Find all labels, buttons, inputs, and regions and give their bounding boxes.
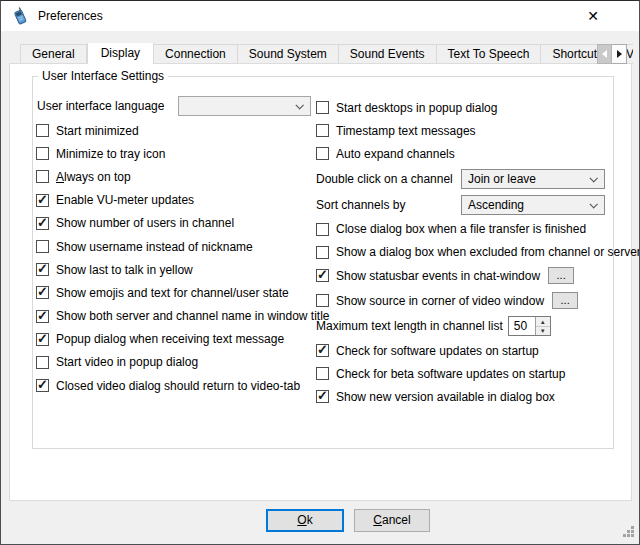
- checkbox[interactable]: [36, 333, 49, 346]
- language-label: User interface language: [36, 99, 178, 113]
- checkbox[interactable]: [36, 263, 49, 276]
- button-bar: Ok Cancel: [1, 509, 639, 533]
- tab-general[interactable]: General: [20, 44, 87, 64]
- language-select[interactable]: [178, 96, 311, 116]
- checkbox[interactable]: [36, 379, 49, 392]
- language-row: User interface language: [36, 92, 316, 119]
- checkbox-row-popup-text-message: Popup dialog when receiving text message: [36, 328, 316, 351]
- video-source-more-button[interactable]: ...: [552, 292, 578, 309]
- checkbox-row-timestamp: Timestamp text messages: [316, 119, 614, 142]
- checkbox[interactable]: [316, 390, 329, 403]
- sort-channels-select[interactable]: Ascending: [461, 195, 605, 215]
- max-text-length-label: Maximum text length in channel list: [316, 319, 503, 333]
- tab-sound-system[interactable]: Sound System: [238, 44, 339, 64]
- video-source-row: Show source in corner of video window ..…: [316, 288, 614, 314]
- checkbox-row-start-desktops: Start desktops in popup dialog: [316, 96, 614, 119]
- checkbox[interactable]: [36, 356, 49, 369]
- checkbox-row-closed-video-return: Closed video dialog should return to vid…: [36, 374, 316, 397]
- checkbox[interactable]: [316, 147, 329, 160]
- window-title: Preferences: [38, 9, 103, 23]
- checkbox-row-check-beta-updates: Check for beta software updates on start…: [316, 362, 614, 385]
- checkbox-row-show-username: Show username instead of nickname: [36, 235, 316, 258]
- double-click-select[interactable]: Join or leave: [461, 169, 605, 189]
- checkbox[interactable]: [36, 217, 49, 230]
- user-interface-settings-group: User Interface Settings User interface l…: [32, 76, 614, 449]
- tab-sound-events[interactable]: Sound Events: [339, 44, 437, 64]
- titlebar: Preferences ✕: [1, 1, 639, 31]
- chevron-down-icon: [589, 200, 597, 208]
- chevron-down-icon: [295, 101, 303, 109]
- checkbox[interactable]: [36, 240, 49, 253]
- checkbox-row-start-minimized: Start minimized: [36, 119, 316, 142]
- tab-display[interactable]: Display: [87, 43, 154, 64]
- close-icon[interactable]: ✕: [581, 5, 605, 27]
- checkbox[interactable]: [36, 286, 49, 299]
- checkbox-row-server-channel-title: Show both server and channel name in win…: [36, 305, 316, 328]
- checkbox[interactable]: [316, 101, 329, 114]
- sort-channels-row: Sort channels by Ascending: [316, 192, 614, 218]
- spin-down-icon[interactable]: ▼: [536, 327, 550, 336]
- group-title: User Interface Settings: [38, 69, 168, 83]
- spinner-value[interactable]: 50: [509, 317, 535, 335]
- checkbox-row-close-on-transfer: Close dialog box when a file transfer is…: [316, 218, 614, 241]
- max-text-length-row: Maximum text length in channel list 50 ▲…: [316, 314, 614, 339]
- double-click-row: Double click on a channel Join or leave: [316, 166, 614, 192]
- checkbox[interactable]: [316, 344, 329, 357]
- statusbar-events-row: Show statusbar events in chat-window ...: [316, 264, 614, 288]
- tab-bar: General Display Connection Sound System …: [9, 43, 633, 64]
- tab-scroll-buttons: [597, 44, 627, 64]
- checkbox-row-new-version-dialog: Show new version available in dialog box: [316, 385, 614, 408]
- checkbox-row-video-popup: Start video in popup dialog: [36, 351, 316, 374]
- checkbox[interactable]: [36, 194, 49, 207]
- right-column: Start desktops in popup dialog Timestamp…: [316, 96, 614, 409]
- sort-channels-label: Sort channels by: [316, 198, 461, 212]
- checkbox-row-excluded-dialog: Show a dialog box when excluded from cha…: [316, 241, 614, 264]
- resize-grip[interactable]: [623, 528, 635, 540]
- checkbox[interactable]: [36, 124, 49, 137]
- checkbox-row-always-on-top: Always on top: [36, 165, 316, 188]
- checkbox-row-auto-expand: Auto expand channels: [316, 142, 614, 165]
- tab-scroll-right-icon[interactable]: [612, 44, 627, 64]
- checkbox[interactable]: [36, 147, 49, 160]
- preferences-dialog: Preferences ✕ General Display Connection…: [0, 0, 640, 545]
- checkbox[interactable]: [316, 124, 329, 137]
- checkbox-row-check-updates: Check for software updates on startup: [316, 339, 614, 362]
- cancel-button[interactable]: Cancel: [354, 509, 430, 532]
- double-click-label: Double click on a channel: [316, 172, 461, 186]
- left-column: User interface language Start minimized …: [36, 92, 316, 397]
- checkbox-row-minimize-to-tray: Minimize to tray icon: [36, 142, 316, 165]
- checkbox-row-show-user-count: Show number of users in channel: [36, 212, 316, 235]
- checkbox[interactable]: [316, 367, 329, 380]
- checkbox[interactable]: [316, 246, 329, 259]
- statusbar-events-more-button[interactable]: ...: [548, 267, 574, 284]
- checkbox[interactable]: [36, 170, 49, 183]
- tab-scroll-left-icon[interactable]: [597, 44, 612, 64]
- checkbox[interactable]: [316, 294, 329, 307]
- chevron-down-icon: [589, 174, 597, 182]
- display-tab-page: User Interface Settings User interface l…: [9, 63, 632, 501]
- spin-up-icon[interactable]: ▲: [536, 317, 550, 327]
- tab-text-to-speech[interactable]: Text To Speech: [437, 44, 542, 64]
- checkbox-row-vu-meter: Enable VU-meter updates: [36, 189, 316, 212]
- checkbox[interactable]: [36, 310, 49, 323]
- tab-connection[interactable]: Connection: [154, 44, 238, 64]
- max-text-length-spinner: 50 ▲ ▼: [508, 316, 551, 336]
- app-icon: [10, 6, 30, 26]
- checkbox[interactable]: [316, 223, 329, 236]
- checkbox-row-emojis: Show emojis and text for channel/user st…: [36, 281, 316, 304]
- checkbox[interactable]: [316, 269, 329, 282]
- ok-button[interactable]: Ok: [266, 509, 344, 532]
- checkbox-row-last-to-talk: Show last to talk in yellow: [36, 258, 316, 281]
